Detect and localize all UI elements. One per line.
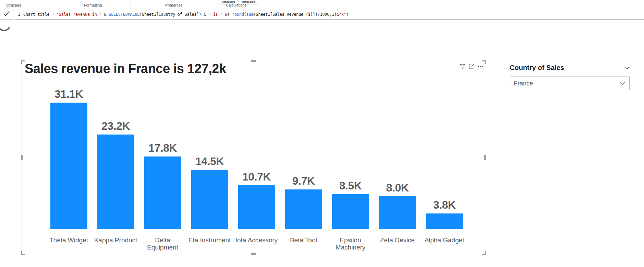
data-label: 31.1K <box>54 88 83 101</box>
category-label: Epsilon Machinery <box>327 236 374 251</box>
ribbon-group-structure: Structure <box>6 3 22 7</box>
ribbon-group-divider <box>66 0 66 8</box>
code-segment-string: "k" <box>339 12 346 17</box>
chart-bar[interactable] <box>144 156 181 229</box>
data-label: 10.7K <box>242 171 271 183</box>
filter-icon[interactable] <box>459 63 466 70</box>
code-segment-function: SELECTEDVALUE <box>109 12 139 17</box>
dax-formula-bar[interactable]: 1 Chart title = "Sales revenue in " & SE… <box>15 9 644 20</box>
chevron-down-icon[interactable] <box>624 65 630 71</box>
category-label: Kappa Product <box>92 236 139 251</box>
chart-bar[interactable] <box>285 189 322 229</box>
more-options-icon[interactable] <box>477 63 484 70</box>
slicer-header: Country of Sales <box>510 64 630 72</box>
new-measure-button[interactable]: measure <box>218 0 238 4</box>
ribbon-button-divider <box>238 0 239 4</box>
chart-bar[interactable] <box>50 103 87 229</box>
resize-handle-top[interactable] <box>251 60 256 62</box>
ribbon-group-divider <box>131 0 131 8</box>
bar-slot: 8.0K <box>374 88 421 229</box>
code-segment-default: Chart title = <box>23 12 57 17</box>
code-segment-default: ) <box>346 12 349 17</box>
ribbon-group-properties: Properties <box>165 3 182 7</box>
category-label: Alpha Gadget <box>421 236 468 251</box>
slicer-dropdown[interactable]: France <box>510 77 630 90</box>
chart-plot-area: 31.1K23.2K17.8K14.5K10.7K9.7K8.5K8.0K3.8… <box>45 88 468 229</box>
data-label: 3.8K <box>433 199 456 211</box>
ribbon-group-formatting: Formatting <box>84 3 102 7</box>
category-label: Delta Equipment <box>139 236 186 251</box>
data-label: 9.7K <box>292 175 315 187</box>
category-label: Eta Instrument <box>186 236 233 251</box>
bar-slot: 3.8K <box>421 88 468 229</box>
app-window: Structure Formatting Properties Calculat… <box>0 0 644 267</box>
code-segment-default: (Sheet1[Country of Sales]) & <box>139 12 208 17</box>
formula-line-number: 1 <box>18 12 20 17</box>
resize-handle-bottom-right[interactable] <box>482 251 486 255</box>
chart-bar[interactable] <box>97 135 134 229</box>
resize-handle-top-left[interactable] <box>21 60 25 64</box>
code-segment-function: sum <box>246 12 254 17</box>
resize-handle-bottom[interactable] <box>251 253 256 255</box>
code-segment-default: (Sheet1[Sales Revenue ($)])/1000,1)& <box>254 12 339 17</box>
chart-bar[interactable] <box>379 196 416 229</box>
chart-bar[interactable] <box>426 213 463 229</box>
ribbon: Structure Formatting Properties Calculat… <box>0 0 644 9</box>
code-segment-string: "Sales revenue in " <box>57 12 102 17</box>
data-label: 14.5K <box>195 155 224 168</box>
slicer-selected-value: France <box>514 80 533 87</box>
category-label: Beta Tool <box>280 236 327 251</box>
chart-bar[interactable] <box>191 170 228 229</box>
commit-measure-button[interactable] <box>0 9 13 20</box>
formula-code[interactable]: Chart title = "Sales revenue in " & SELE… <box>23 12 349 17</box>
chart-bar[interactable] <box>332 194 369 229</box>
bar-slot: 9.7K <box>280 88 327 229</box>
bar-chart-visual[interactable]: Sales revenue in France is 127,2k 31.1K2… <box>22 61 485 254</box>
code-segment-default: & <box>101 12 109 17</box>
category-label: Zeta Device <box>374 236 421 251</box>
resize-handle-bottom-left[interactable] <box>21 251 25 255</box>
ribbon-measure-buttons: measure measure <box>218 0 258 4</box>
data-label: 17.8K <box>148 142 177 154</box>
resize-handle-left[interactable] <box>21 155 23 160</box>
visual-toolbar <box>459 63 484 70</box>
category-label: Theta Widget <box>45 236 92 251</box>
data-label: 8.5K <box>339 179 362 192</box>
focus-mode-icon[interactable] <box>468 63 475 70</box>
data-label: 23.2K <box>101 120 130 132</box>
bar-slot: 31.1K <box>45 88 92 229</box>
bar-slot: 10.7K <box>233 88 280 229</box>
chevron-down-icon <box>619 80 625 86</box>
bar-slot: 23.2K <box>92 88 139 229</box>
code-segment-function: round <box>232 12 244 17</box>
code-segment-string: " is " <box>208 12 223 17</box>
x-axis-labels: Theta WidgetKappa ProductDelta Equipment… <box>45 236 468 251</box>
resize-handle-right[interactable] <box>484 155 486 160</box>
bar-slot: 17.8K <box>139 88 186 229</box>
data-label: 8.0K <box>386 182 409 194</box>
bar-slot: 8.5K <box>327 88 374 229</box>
category-label: Iota Accessory <box>233 236 280 251</box>
slicer-title: Country of Sales <box>510 64 564 72</box>
chart-bar[interactable] <box>238 185 275 229</box>
chart-title: Sales revenue in France is 127,2k <box>25 61 226 76</box>
quick-measure-button[interactable]: measure <box>238 0 258 4</box>
country-slicer: Country of Sales France <box>510 64 630 90</box>
bar-slot: 14.5K <box>186 88 233 229</box>
checkmark-icon <box>3 11 10 18</box>
code-segment-default: ( <box>244 12 246 17</box>
code-segment-default: &( <box>223 12 232 17</box>
